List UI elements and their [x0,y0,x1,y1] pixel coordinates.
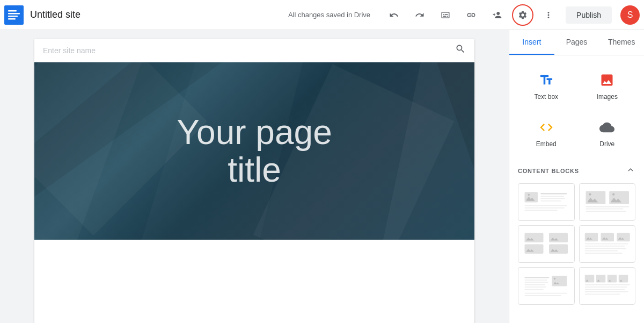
images-icon [597,70,617,90]
svg-rect-52 [584,284,630,285]
insert-embed[interactable]: Embed [518,111,575,154]
canvas-area: Enter site name Your page tit [0,30,509,323]
hero-title[interactable]: Your page title [177,113,332,189]
svg-rect-17 [525,207,565,209]
svg-point-20 [589,193,591,195]
block-grid-images[interactable] [518,225,575,263]
svg-point-22 [612,193,614,195]
images-label: Images [597,93,618,101]
hero-section[interactable]: Your page title [34,62,474,240]
sidebar-tabs: Insert Pages Themes [509,30,644,55]
redo-button[interactable] [409,4,430,26]
textbox-label: Text box [534,93,558,101]
right-sidebar: Insert Pages Themes Text box [509,30,644,323]
svg-rect-26 [525,233,544,242]
svg-rect-37 [584,253,622,254]
svg-rect-0 [4,5,24,25]
block-image-text[interactable] [518,183,575,221]
svg-point-45 [554,278,556,280]
svg-rect-31 [601,233,614,241]
site-title: Untitled site [30,9,80,20]
svg-rect-54 [584,289,624,290]
block-two-images[interactable] [579,183,636,221]
more-options-button[interactable] [538,4,559,26]
insert-textbox[interactable]: Text box [518,64,575,107]
svg-rect-1 [8,10,17,12]
insert-images[interactable]: Images [579,64,636,107]
site-frame: Enter site name Your page tit [34,39,474,323]
sidebar-content: Text box Images [509,55,644,323]
svg-rect-47 [525,295,561,296]
svg-rect-14 [540,198,565,199]
collapse-icon[interactable] [626,165,635,177]
link-button[interactable] [460,4,482,26]
block-three-columns[interactable] [579,225,636,263]
svg-rect-53 [584,286,627,288]
svg-rect-35 [584,248,626,249]
block-text-image[interactable] [518,267,575,305]
tab-insert[interactable]: Insert [509,30,554,55]
insert-grid: Text box Images [518,64,635,154]
svg-rect-55 [584,291,628,292]
svg-rect-36 [584,250,617,252]
svg-rect-24 [586,209,623,210]
svg-rect-27 [525,244,544,254]
svg-rect-42 [525,286,546,288]
svg-rect-3 [8,16,18,17]
drive-icon [597,118,617,137]
svg-rect-16 [525,205,567,206]
svg-rect-46 [525,293,567,294]
svg-rect-32 [617,233,630,241]
svg-rect-43 [525,289,544,290]
svg-rect-38 [525,277,550,278]
svg-rect-40 [525,282,548,283]
tab-pages[interactable]: Pages [554,30,599,55]
svg-point-11 [528,194,530,196]
content-area[interactable] [34,240,474,323]
svg-rect-34 [584,246,624,247]
svg-rect-33 [584,243,628,245]
svg-rect-15 [540,200,561,202]
preview-button[interactable] [435,4,456,26]
publish-button[interactable]: Publish [566,6,612,24]
svg-rect-56 [584,293,620,295]
site-topbar: Enter site name [34,39,474,62]
user-avatar[interactable]: S [620,5,640,25]
svg-rect-2 [8,13,20,15]
block-four-images[interactable] [579,267,636,305]
drive-label: Drive [599,140,614,148]
app-logo [4,5,24,25]
svg-rect-13 [540,196,564,197]
search-icon[interactable] [455,44,466,57]
settings-button[interactable] [512,4,533,26]
tab-themes[interactable]: Themes [599,30,644,55]
content-blocks-title: CONTENT BLOCKS [518,168,579,174]
svg-rect-23 [586,206,629,207]
insert-drive[interactable]: Drive [579,111,636,154]
undo-button[interactable] [383,4,405,26]
svg-rect-12 [540,193,567,195]
svg-rect-41 [525,284,546,285]
svg-rect-30 [584,233,598,241]
svg-rect-28 [549,233,568,242]
content-blocks-grid [518,183,635,305]
main-layout: Enter site name Your page tit [0,30,644,323]
svg-rect-18 [525,210,558,211]
embed-icon [537,118,556,137]
add-user-button[interactable] [486,4,508,26]
embed-label: Embed [536,140,557,148]
svg-rect-39 [525,279,547,281]
svg-rect-25 [586,211,626,212]
svg-rect-29 [549,244,568,254]
save-status: All changes saved in Drive [288,11,370,19]
textbox-icon [537,70,556,90]
svg-rect-44 [552,276,567,286]
svg-rect-4 [8,18,16,20]
app-header: Untitled site All changes saved in Drive… [0,0,644,30]
site-name-input[interactable]: Enter site name [43,46,96,55]
content-blocks-header: CONTENT BLOCKS [518,165,635,177]
